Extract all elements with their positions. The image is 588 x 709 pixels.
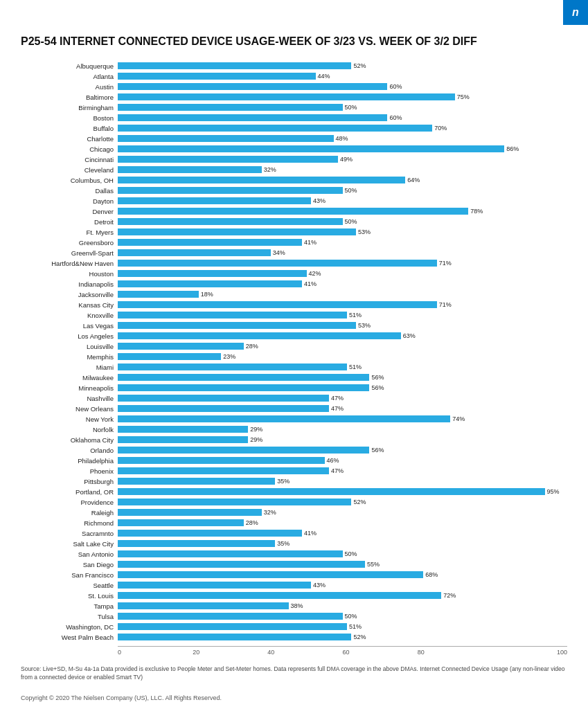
- bar-row: Detroit50%: [21, 217, 567, 226]
- bar-track: 51%: [118, 364, 567, 370]
- bar-label: Las Vegas: [21, 322, 118, 330]
- bar-value-label: 47%: [331, 467, 344, 474]
- bar-label: Richmond: [21, 519, 118, 527]
- bar-fill: [118, 415, 450, 422]
- bar-fill: [118, 145, 504, 152]
- bar-fill: [118, 125, 432, 132]
- bar-track: 29%: [118, 426, 567, 433]
- bar-fill: [118, 374, 369, 381]
- bar-track: 95%: [118, 488, 567, 495]
- bar-track: 28%: [118, 519, 567, 526]
- bar-track: 48%: [118, 135, 567, 142]
- bar-label: Tampa: [21, 602, 118, 610]
- bar-fill: [118, 301, 437, 308]
- bar-fill: [118, 436, 248, 443]
- bar-row: Orlando56%: [21, 446, 567, 455]
- bar-fill: [118, 613, 343, 620]
- bar-value-label: 75%: [457, 93, 470, 100]
- bar-value-label: 60%: [389, 83, 402, 90]
- bar-value-label: 64%: [407, 177, 420, 183]
- bar-row: New York74%: [21, 415, 567, 424]
- bar-row: Albuquerque52%: [21, 62, 567, 71]
- bar-track: 44%: [118, 73, 567, 80]
- x-tick: 20: [193, 647, 267, 656]
- bar-fill: [118, 519, 244, 526]
- bar-row: Knoxville51%: [21, 311, 567, 320]
- bar-fill: [118, 114, 387, 121]
- bar-value-label: 56%: [371, 374, 384, 381]
- bar-track: 34%: [118, 249, 567, 256]
- bar-value-label: 28%: [246, 519, 258, 526]
- bar-value-label: 63%: [403, 332, 416, 339]
- bar-label: Atlanta: [21, 73, 118, 80]
- bar-row: Greensboro41%: [21, 238, 567, 247]
- chart-area: Albuquerque52%Atlanta44%Austin60%Baltimo…: [21, 62, 567, 643]
- bar-value-label: 48%: [336, 135, 348, 142]
- bar-track: 63%: [118, 332, 567, 339]
- bar-track: 53%: [118, 322, 567, 329]
- bar-fill: [118, 104, 343, 111]
- bar-label: Albuquerque: [21, 62, 118, 70]
- bar-fill: [118, 270, 307, 277]
- bar-label: Boston: [21, 114, 118, 122]
- bar-fill: [118, 291, 199, 298]
- bar-row: Denver78%: [21, 207, 567, 216]
- bar-track: 35%: [118, 478, 567, 485]
- x-tick: 100: [492, 647, 567, 656]
- bar-value-label: 35%: [277, 540, 289, 547]
- bar-value-label: 72%: [443, 592, 456, 599]
- bar-row: Cincinnati49%: [21, 155, 567, 164]
- bar-track: 60%: [118, 114, 567, 121]
- bar-fill: [118, 218, 343, 225]
- bar-track: 60%: [118, 83, 567, 90]
- nielsen-logo: n: [563, 0, 588, 25]
- bar-fill: [118, 540, 275, 547]
- bar-track: 56%: [118, 374, 567, 381]
- bar-value-label: 41%: [304, 530, 317, 537]
- bar-value-label: 55%: [367, 561, 380, 568]
- bar-fill: [118, 166, 262, 173]
- bar-label: Orlando: [21, 447, 118, 454]
- chart-title: P25-54 INTERNET CONNECTED DEVICE USAGE-W…: [21, 35, 567, 49]
- bar-track: 68%: [118, 571, 567, 578]
- bar-label: Jacksonville: [21, 291, 118, 298]
- bar-label: Memphis: [21, 353, 118, 361]
- bar-value-label: 53%: [358, 228, 371, 235]
- bar-label: Minneapolis: [21, 384, 118, 392]
- bar-track: 43%: [118, 582, 567, 589]
- bar-row: Atlanta44%: [21, 72, 567, 81]
- bar-fill: [118, 623, 347, 630]
- bar-label: Ft. Myers: [21, 228, 118, 236]
- bar-row: Phoenix47%: [21, 467, 567, 476]
- bar-row: Providence52%: [21, 498, 567, 507]
- bar-row: Sacramnto41%: [21, 529, 567, 538]
- bar-value-label: 78%: [470, 208, 483, 215]
- bar-label: Tulsa: [21, 613, 118, 620]
- bar-value-label: 95%: [547, 488, 560, 495]
- bar-label: Phoenix: [21, 467, 118, 475]
- bar-label: Buffalo: [21, 125, 118, 132]
- bar-value-label: 44%: [318, 73, 330, 80]
- bar-track: 43%: [118, 197, 567, 204]
- bar-fill: [118, 592, 441, 599]
- bar-row: Houston42%: [21, 269, 567, 278]
- bar-label: Detroit: [21, 218, 118, 226]
- bar-row: Ft. Myers53%: [21, 228, 567, 237]
- bar-row: West Palm Beach52%: [21, 633, 567, 642]
- bar-fill: [118, 457, 325, 464]
- bar-row: San Diego55%: [21, 560, 567, 569]
- bar-value-label: 50%: [345, 613, 357, 620]
- bar-value-label: 50%: [345, 104, 357, 111]
- bar-label: Hartford&New Haven: [21, 260, 118, 267]
- bar-row: Philadelphia46%: [21, 456, 567, 465]
- bar-fill: [118, 530, 302, 537]
- bar-track: 56%: [118, 447, 567, 454]
- bar-track: 50%: [118, 104, 567, 111]
- bar-track: 32%: [118, 166, 567, 173]
- bar-row: Austin60%: [21, 82, 567, 91]
- bar-value-label: 46%: [327, 457, 339, 464]
- bar-value-label: 50%: [345, 218, 357, 225]
- bar-label: Milwaukee: [21, 374, 118, 382]
- bar-track: 35%: [118, 540, 567, 547]
- bar-fill: [118, 73, 316, 80]
